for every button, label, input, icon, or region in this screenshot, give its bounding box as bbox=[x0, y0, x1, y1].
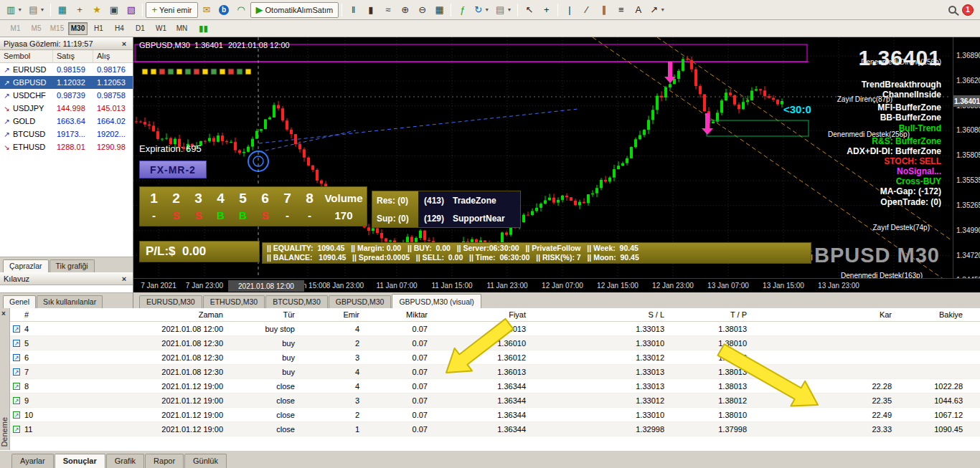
table-row[interactable]: ↗92021.01.12 19:00close30.071.363441.330… bbox=[10, 393, 980, 408]
status-line-1: || EQUALITY: 1090.45 || Margin: 0.00 || … bbox=[267, 244, 811, 253]
indicators-button[interactable]: ƒ bbox=[454, 2, 471, 18]
terminal-button[interactable]: ▣ bbox=[105, 2, 122, 18]
signal-number: 6 bbox=[254, 189, 276, 208]
community-button[interactable]: b bbox=[216, 2, 232, 18]
market-watch-tab[interactable]: Tik grafiği bbox=[50, 259, 95, 272]
templates-button[interactable]: ▤▼ bbox=[493, 2, 514, 18]
timeframe-m1[interactable]: M1 bbox=[6, 22, 25, 35]
mail-button[interactable]: ✉ bbox=[199, 2, 215, 18]
column-header[interactable]: Tür bbox=[226, 310, 298, 319]
chart-tab[interactable]: GBPUSD,M30 bbox=[329, 295, 392, 308]
market-watch-row[interactable]: ↘ETHUSD1288.011290.98 bbox=[0, 140, 133, 153]
table-row[interactable]: ↗112021.01.12 19:00close10.071.363441.32… bbox=[10, 422, 980, 436]
crosshair-button[interactable]: + bbox=[538, 2, 555, 18]
data-window-button[interactable]: + bbox=[71, 2, 88, 18]
timeframe-m30[interactable]: M30 bbox=[68, 22, 88, 35]
chart-area[interactable]: GBPUSD,M30 1.36401 2021.01.08 12:00 1.36… bbox=[133, 37, 980, 292]
market-watch-button[interactable]: ▦ bbox=[54, 2, 70, 18]
fibo-button[interactable]: ≡ bbox=[613, 2, 629, 18]
tester-tab[interactable]: Günlük bbox=[184, 454, 227, 468]
tile-windows-button[interactable]: ▦ bbox=[431, 2, 448, 18]
market-watch-row[interactable]: ↗GOLD1663.641664.02 bbox=[0, 115, 133, 128]
column-header[interactable]: Emir bbox=[298, 310, 362, 319]
column-header[interactable]: T / P bbox=[667, 310, 750, 319]
timeframe-d1[interactable]: D1 bbox=[131, 22, 150, 35]
profiles-button[interactable]: ▤▼ bbox=[26, 2, 47, 18]
bar-chart-button[interactable]: ‖ bbox=[345, 2, 362, 18]
column-header[interactable]: Kar bbox=[750, 310, 895, 319]
signal-number: 8 bbox=[298, 189, 321, 208]
chart-tab[interactable]: BTCUSD,M30 bbox=[265, 295, 328, 308]
zoom-out-button[interactable]: ⊖ bbox=[414, 2, 430, 18]
timeframe-mn[interactable]: MN bbox=[172, 22, 192, 35]
arrows-button[interactable]: ↗▼ bbox=[647, 2, 668, 18]
tester-tab[interactable]: Grafik bbox=[106, 454, 144, 468]
time-axis-label: 11 Jan 15:00 bbox=[431, 282, 472, 290]
table-row[interactable]: ↗102021.01.12 19:00close20.071.363441.33… bbox=[10, 408, 980, 422]
market-watch-row[interactable]: ↗USDCHF0.987390.98758 bbox=[0, 89, 133, 102]
column-symbol[interactable]: Sembol bbox=[0, 50, 53, 62]
market-watch-row[interactable]: ↗GBPUSD1.120321.12053 bbox=[0, 76, 133, 89]
column-header[interactable]: Bakiye bbox=[895, 310, 980, 319]
autotrading-button[interactable]: ▶OtomatikAlımSatım bbox=[250, 2, 339, 18]
channel-button[interactable]: ∥ bbox=[595, 2, 612, 18]
market-watch-row[interactable]: ↗BTCUSD19173...19202... bbox=[0, 128, 133, 140]
text-button[interactable]: A bbox=[630, 2, 646, 18]
cursor-button[interactable]: ↖ bbox=[521, 2, 537, 18]
vline-button[interactable]: | bbox=[561, 2, 578, 18]
row-number-cell: ↗7 bbox=[10, 368, 34, 376]
table-row[interactable]: ↗62021.01.08 12:30buy30.071.360121.33012… bbox=[10, 350, 980, 365]
close-icon[interactable]: × bbox=[119, 39, 129, 48]
tester-tab[interactable]: Ayarlar bbox=[11, 454, 54, 468]
zoom-in-button[interactable]: ⊕ bbox=[397, 2, 413, 18]
timeframe-h1[interactable]: H1 bbox=[89, 22, 108, 35]
timeframe-m5[interactable]: M5 bbox=[27, 22, 46, 35]
close-icon[interactable]: × bbox=[119, 274, 129, 283]
volume-cell: 0.07 bbox=[362, 368, 430, 376]
new-chart-button[interactable]: ▥▼ bbox=[4, 2, 25, 18]
close-icon[interactable]: × bbox=[1, 310, 6, 317]
timeframe-h4[interactable]: H4 bbox=[110, 22, 129, 35]
results-table-header: #ZamanTürEmirMiktarFiyatS / LT / PKarBak… bbox=[10, 308, 980, 322]
market-watch-tab[interactable]: Çaprazlar bbox=[3, 259, 49, 272]
table-row[interactable]: ↗42021.01.08 12:00buy stop40.071.360131.… bbox=[10, 322, 980, 336]
row-number-cell: ↗8 bbox=[10, 382, 34, 391]
search-icon[interactable] bbox=[948, 6, 956, 14]
trendline-button[interactable]: ∕ bbox=[578, 2, 595, 18]
column-header[interactable]: # bbox=[10, 310, 34, 319]
chart-tab[interactable]: EURUSD,M30 bbox=[139, 295, 202, 308]
candle-chart-button[interactable]: ▮ bbox=[362, 2, 379, 18]
market-watch-row[interactable]: ↘USDJPY144.998145.013 bbox=[0, 102, 133, 115]
time-cell: 2021.01.08 12:30 bbox=[34, 339, 226, 348]
table-row[interactable]: ↗52021.01.08 12:30buy20.071.360101.33010… bbox=[10, 336, 980, 350]
support-button[interactable]: ◠ bbox=[233, 2, 250, 18]
navigator-tab[interactable]: Sık kullanılanlar bbox=[37, 295, 103, 308]
chart-tab[interactable]: ETHUSD,M30 bbox=[203, 295, 265, 308]
timeframe-m15[interactable]: M15 bbox=[47, 22, 67, 35]
column-header[interactable]: Miktar bbox=[362, 310, 430, 319]
price-scale-label: 1.34720 bbox=[956, 252, 980, 259]
column-ask[interactable]: Alış bbox=[93, 50, 132, 62]
line-chart-button[interactable]: ≈ bbox=[380, 2, 396, 18]
candle-chart-icon[interactable]: ▮▮ bbox=[199, 24, 208, 34]
periods-button[interactable]: ↻▼ bbox=[471, 2, 492, 18]
price-scale-label: 1.34990 bbox=[956, 226, 980, 234]
navigator-button[interactable]: ★ bbox=[88, 2, 105, 18]
tester-tab[interactable]: Rapor bbox=[145, 454, 184, 468]
column-header[interactable]: Fiyat bbox=[430, 310, 529, 319]
column-header[interactable]: S / L bbox=[529, 310, 667, 319]
notifications-badge[interactable]: 1 bbox=[962, 4, 974, 16]
table-row[interactable]: ↗72021.01.08 12:30buy40.071.360131.33013… bbox=[10, 365, 980, 379]
timeframe-w1[interactable]: W1 bbox=[151, 22, 171, 35]
price-scale[interactable]: 1.368901.366201.363501.360801.358051.355… bbox=[953, 37, 980, 278]
column-bid[interactable]: Satış bbox=[53, 50, 93, 62]
market-watch-row[interactable]: ↗EURUSD0.981590.98176 bbox=[0, 63, 133, 76]
navigator-tab[interactable]: Genel bbox=[3, 295, 36, 308]
strategy-tester-button[interactable]: ▧ bbox=[123, 2, 139, 18]
time-axis[interactable]: 2021.01.08 12:00 7 Jan 20217 Jan 23:008 … bbox=[133, 278, 980, 292]
column-header[interactable]: Zaman bbox=[34, 310, 226, 319]
chart-tab[interactable]: GBPUSD,M30 (visual) bbox=[392, 294, 481, 308]
tester-tab[interactable]: Sonuçlar bbox=[55, 454, 105, 468]
table-row[interactable]: ↗82021.01.12 19:00close40.071.363441.330… bbox=[10, 379, 980, 393]
new-order-button[interactable]: +Yeni emir bbox=[146, 2, 197, 18]
